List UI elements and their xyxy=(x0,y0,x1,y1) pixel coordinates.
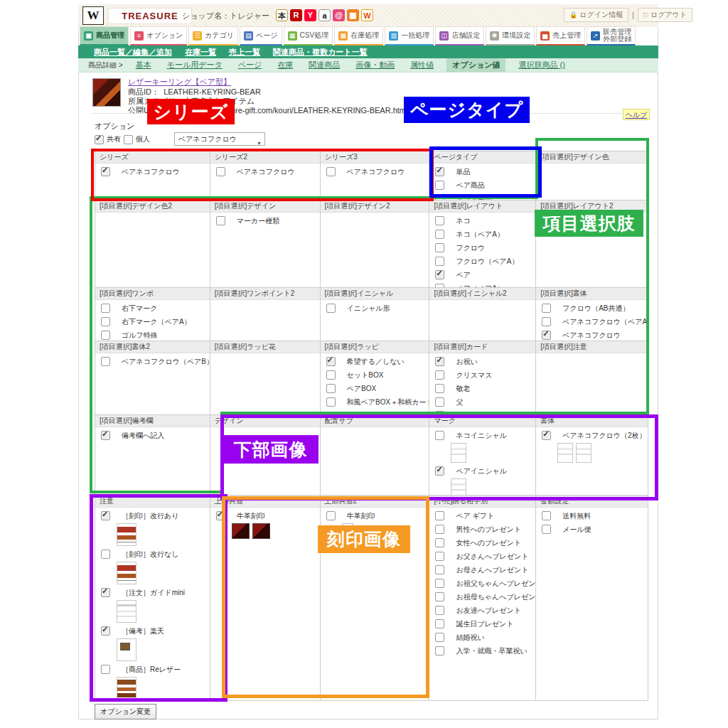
orange-cart-icon[interactable]: ▦ xyxy=(347,9,359,21)
nav-link-2[interactable]: 売上一覧 xyxy=(229,47,260,58)
checkbox[interactable] xyxy=(435,646,444,655)
option-group-cell: [項目選択]書体2ベアネコフクロウ（ペアB） xyxy=(95,341,210,415)
series-dropdown[interactable]: ベアネコフクロウ ▼ xyxy=(174,132,265,146)
toolbar-tab-category[interactable]: ☰カテゴリ xyxy=(188,26,238,46)
checkbox[interactable] xyxy=(435,397,444,407)
checkbox[interactable] xyxy=(542,216,551,225)
checkbox[interactable] xyxy=(101,511,110,520)
checkbox[interactable] xyxy=(542,331,551,340)
tab-モール用データ[interactable]: モール用データ xyxy=(164,58,225,72)
yahoo-icon[interactable]: Y xyxy=(304,9,316,21)
checkbox[interactable] xyxy=(435,606,444,615)
toolbar-tab-store[interactable]: ◫店舗設定 xyxy=(435,26,484,46)
toolbar-tab-external[interactable]: ↗販売管理 外部登録 xyxy=(587,26,636,46)
checkbox[interactable] xyxy=(326,384,336,393)
checkbox[interactable] xyxy=(326,397,336,407)
tab-関連商品[interactable]: 関連商品 xyxy=(306,58,343,72)
help-button[interactable]: ヘルプ xyxy=(623,109,650,120)
checkbox[interactable] xyxy=(101,304,110,313)
checkbox[interactable] xyxy=(435,511,444,520)
checkbox[interactable] xyxy=(326,304,336,313)
toolbar-tab-page[interactable]: ▤ページ xyxy=(240,26,282,46)
amazon-icon[interactable]: a xyxy=(318,9,331,21)
product-category-value: 小売名入れアイテム xyxy=(183,97,255,105)
wowma-icon[interactable]: W xyxy=(361,9,373,21)
checkbox[interactable] xyxy=(216,511,225,520)
option-group-header: 上部共通 xyxy=(210,496,320,508)
tab-画像・動画[interactable]: 画像・動画 xyxy=(353,58,397,72)
option-change-button[interactable]: オプション変更 xyxy=(95,704,156,719)
checkbox[interactable] xyxy=(101,331,110,340)
checkbox[interactable] xyxy=(326,511,336,520)
checkbox[interactable] xyxy=(101,357,110,366)
checkbox[interactable] xyxy=(435,384,444,393)
checkbox[interactable] xyxy=(435,243,444,252)
hon-icon[interactable]: 本 xyxy=(276,9,288,21)
checkbox[interactable] xyxy=(435,181,444,190)
toolbar-tab-batch[interactable]: ▥一括処理 xyxy=(385,26,434,46)
checkbox[interactable] xyxy=(435,565,444,574)
rakuten-icon[interactable]: R xyxy=(290,9,302,21)
checkbox[interactable] xyxy=(435,370,444,380)
toolbar-tab-products[interactable]: ▣商品管理 xyxy=(80,26,129,46)
tab-基本[interactable]: 基本 xyxy=(133,58,154,72)
nav-link-1[interactable]: 在庫一覧 xyxy=(185,47,216,58)
pink-round-icon[interactable]: @ xyxy=(333,9,345,21)
checkbox[interactable] xyxy=(435,431,444,440)
checkbox[interactable] xyxy=(101,167,110,176)
tab-属性値[interactable]: 属性値 xyxy=(407,58,437,72)
checkbox[interactable] xyxy=(435,270,444,279)
checkbox[interactable] xyxy=(435,357,444,366)
checkbox[interactable] xyxy=(216,167,225,176)
checkbox[interactable] xyxy=(101,431,110,440)
share-checkbox[interactable] xyxy=(95,135,104,144)
option-group-header: シリーズ3 xyxy=(321,151,429,164)
checkbox[interactable] xyxy=(435,194,444,200)
checkbox[interactable] xyxy=(542,525,551,534)
toolbar-tab-stock[interactable]: ▩在庫処理 xyxy=(334,26,383,46)
toolbar-tab-sales[interactable]: ▅売上管理 xyxy=(536,26,585,46)
personal-checkbox[interactable] xyxy=(124,135,133,144)
checkbox[interactable] xyxy=(326,357,336,366)
checkbox[interactable] xyxy=(542,511,551,520)
checkbox[interactable] xyxy=(435,167,444,176)
tab-ページ[interactable]: ページ xyxy=(235,58,265,72)
toolbar-tab-env[interactable]: ✱環境設定 xyxy=(486,26,535,46)
tab-在庫[interactable]: 在庫 xyxy=(274,58,296,72)
checkbox[interactable] xyxy=(542,431,551,440)
checkbox[interactable] xyxy=(326,167,336,176)
checkbox[interactable] xyxy=(435,257,444,266)
checkbox[interactable] xyxy=(101,665,110,674)
nav-link-3[interactable]: 関連商品・複数カート一覧 xyxy=(273,47,368,58)
product-title-link[interactable]: レザーキーリング【ベア型】 xyxy=(128,77,407,87)
option-item: ペアイニシャル xyxy=(435,466,535,476)
checkbox[interactable] xyxy=(435,579,444,588)
checkbox[interactable] xyxy=(435,538,444,547)
checkbox[interactable] xyxy=(326,370,336,380)
checkbox[interactable] xyxy=(435,633,444,642)
login-info-button[interactable]: 🔒ログイン情報 xyxy=(564,8,628,22)
checkbox[interactable] xyxy=(101,588,110,597)
checkbox[interactable] xyxy=(101,626,110,636)
logout-button[interactable]: ⎋ログアウト xyxy=(638,8,692,22)
checkbox[interactable] xyxy=(435,592,444,601)
checkbox[interactable] xyxy=(216,216,225,225)
option-group-cell: デザイン xyxy=(210,415,321,496)
checkbox[interactable] xyxy=(435,230,444,239)
checkbox[interactable] xyxy=(101,550,110,559)
checkbox[interactable] xyxy=(435,216,444,225)
toolbar-tab-options[interactable]: ≡オプション xyxy=(130,26,187,46)
checkbox[interactable] xyxy=(101,317,110,326)
checkbox[interactable] xyxy=(542,304,551,313)
checkbox[interactable] xyxy=(435,525,444,534)
tab-選択肢商品 ()[interactable]: 選択肢商品 () xyxy=(515,58,567,72)
nav-link-0[interactable]: 商品一覧／編集／追加 xyxy=(94,47,172,58)
option-item: クリスマス xyxy=(435,370,535,380)
checkbox[interactable] xyxy=(435,619,444,628)
tab-オプション値[interactable]: オプション値 xyxy=(446,58,505,72)
checkbox[interactable] xyxy=(435,466,444,476)
toolbar-tab-csv[interactable]: ▦CSV処理 xyxy=(284,26,333,46)
checkbox[interactable] xyxy=(435,552,444,561)
login-info-label: ログイン情報 xyxy=(579,11,623,18)
checkbox[interactable] xyxy=(542,317,551,326)
